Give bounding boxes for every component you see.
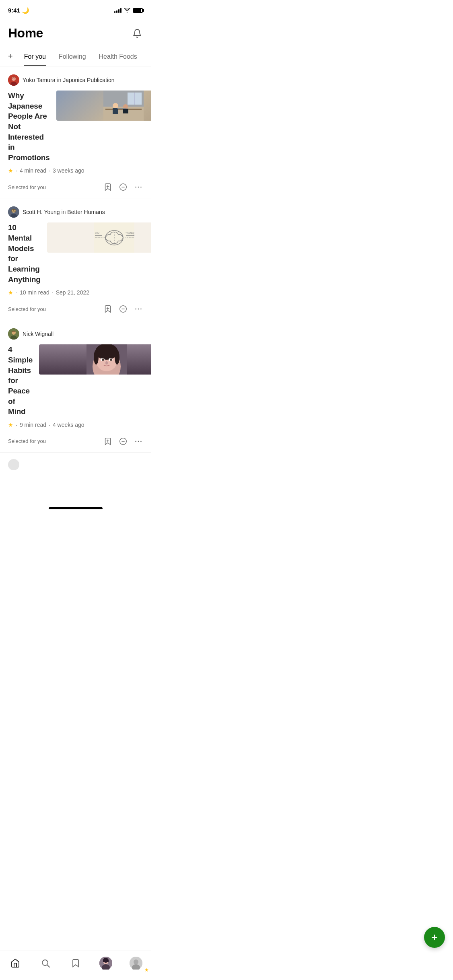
svg-text:TRAINED: TRAINED xyxy=(126,232,134,234)
status-time: 9:41 🌙 xyxy=(8,7,29,14)
author-row: Yuko Tamura in Japonica Publication xyxy=(8,74,143,86)
article-thumbnail: YOU KNOWLEDGE TRAINED KNOWLEDGE xyxy=(47,222,151,253)
article-card-partial xyxy=(0,453,151,504)
svg-text:KNOWLEDGE: KNOWLEDGE xyxy=(95,237,105,239)
tab-health-foods[interactable]: Health Foods xyxy=(93,48,144,65)
read-time: 10 min read xyxy=(20,289,49,296)
article-actions: Selected for you xyxy=(8,300,143,320)
author-in: in xyxy=(62,209,68,215)
publication-name: Better Humans xyxy=(67,209,105,215)
svg-rect-13 xyxy=(117,108,126,109)
meta-dot: · xyxy=(16,289,17,296)
svg-point-41 xyxy=(138,309,139,310)
svg-point-52 xyxy=(115,350,119,364)
svg-point-62 xyxy=(135,441,136,442)
bookmark-add-button[interactable] xyxy=(103,305,112,313)
meta-dot: · xyxy=(49,422,50,428)
tab-for-you[interactable]: For you xyxy=(18,48,52,65)
article-meta: ★ · 10 min read · Sep 21, 2022 xyxy=(8,289,143,296)
avatar xyxy=(8,74,19,86)
status-bar: 9:41 🌙 xyxy=(0,0,151,18)
svg-point-18 xyxy=(135,187,136,188)
avatar xyxy=(8,206,19,218)
article-thumbnail xyxy=(39,344,151,375)
tab-following[interactable]: Following xyxy=(52,48,93,65)
selected-label: Selected for you xyxy=(8,184,46,190)
star-icon: ★ xyxy=(8,167,13,174)
meta-dot: · xyxy=(52,289,54,296)
author-in: in xyxy=(57,77,63,83)
battery-icon xyxy=(133,8,143,13)
article-list: Yuko Tamura in Japonica Publication Why … xyxy=(0,66,151,504)
svg-point-64 xyxy=(140,441,142,442)
svg-rect-12 xyxy=(123,109,128,113)
article-content: Why Japanese People Are Not Interested i… xyxy=(8,91,143,163)
article-card[interactable]: Scott H. Young in Better Humans 10 Menta… xyxy=(0,198,151,320)
star-icon: ★ xyxy=(8,422,13,428)
article-text: 4 Simple Habits for Peace of Mind xyxy=(8,344,33,416)
avatar xyxy=(8,328,19,340)
more-options-button[interactable] xyxy=(134,437,143,446)
less-button[interactable] xyxy=(119,305,128,313)
read-time: 4 min read xyxy=(20,167,46,174)
more-options-button[interactable] xyxy=(134,183,143,191)
add-tab-button[interactable]: + xyxy=(6,47,18,66)
article-actions: Selected for you xyxy=(8,178,143,198)
author-text: Nick Wignall xyxy=(23,331,54,337)
svg-point-42 xyxy=(140,309,142,310)
more-options-button[interactable] xyxy=(134,305,143,313)
svg-point-63 xyxy=(138,441,139,442)
svg-point-51 xyxy=(94,350,99,364)
author-row: Nick Wignall xyxy=(8,328,143,340)
page-title: Home xyxy=(8,26,43,41)
bell-icon[interactable] xyxy=(132,28,143,39)
meta-dot: · xyxy=(49,167,50,174)
home-indicator xyxy=(49,507,103,509)
article-meta: ★ · 9 min read · 4 weeks ago xyxy=(8,422,143,428)
wifi-icon xyxy=(124,8,130,13)
moon-icon: 🌙 xyxy=(22,7,29,14)
svg-point-57 xyxy=(105,361,108,364)
svg-point-55 xyxy=(102,358,104,361)
status-icons xyxy=(114,8,143,13)
article-thumbnail xyxy=(56,91,151,121)
svg-point-9 xyxy=(113,103,118,109)
action-buttons xyxy=(103,305,143,313)
svg-point-19 xyxy=(138,187,139,188)
star-icon: ★ xyxy=(8,289,13,296)
less-button[interactable] xyxy=(119,437,128,446)
author-name: Scott H. Young xyxy=(23,209,60,215)
time-ago: Sep 21, 2022 xyxy=(56,289,89,296)
svg-text:KNOWLEDGE: KNOWLEDGE xyxy=(126,237,134,239)
time-ago: 4 weeks ago xyxy=(53,422,84,428)
svg-rect-50 xyxy=(95,350,118,356)
article-content: 10 Mental Models for Learning Anything Y… xyxy=(8,222,143,284)
author-name: Yuko Tamura xyxy=(23,77,55,83)
svg-text:YOU: YOU xyxy=(95,232,99,234)
selected-label: Selected for you xyxy=(8,306,46,312)
author-text: Yuko Tamura in Japonica Publication xyxy=(23,77,115,83)
article-title: Why Japanese People Are Not Interested i… xyxy=(8,91,50,163)
selected-label: Selected for you xyxy=(8,438,46,444)
article-text: Why Japanese People Are Not Interested i… xyxy=(8,91,50,163)
svg-point-20 xyxy=(140,187,142,188)
action-buttons xyxy=(103,437,143,446)
author-text: Scott H. Young in Better Humans xyxy=(23,209,105,215)
bookmark-add-button[interactable] xyxy=(103,437,112,446)
less-button[interactable] xyxy=(119,183,128,191)
article-content: 4 Simple Habits for Peace of Mind xyxy=(8,344,143,416)
article-card[interactable]: Yuko Tamura in Japonica Publication Why … xyxy=(0,66,151,198)
publication-name: Japonica Publication xyxy=(63,77,114,83)
author-name: Nick Wignall xyxy=(23,331,54,337)
tabs-container: + For you Following Health Foods xyxy=(0,47,151,66)
bookmark-add-button[interactable] xyxy=(103,183,112,191)
svg-point-40 xyxy=(135,309,136,310)
article-text: 10 Mental Models for Learning Anything xyxy=(8,222,41,284)
meta-dot: · xyxy=(16,422,17,428)
read-time: 9 min read xyxy=(20,422,46,428)
article-title: 4 Simple Habits for Peace of Mind xyxy=(8,344,33,416)
article-meta: ★ · 4 min read · 3 weeks ago xyxy=(8,167,143,174)
svg-point-56 xyxy=(110,358,112,361)
action-buttons xyxy=(103,183,143,191)
article-card[interactable]: Nick Wignall 4 Simple Habits for Peace o… xyxy=(0,320,151,452)
